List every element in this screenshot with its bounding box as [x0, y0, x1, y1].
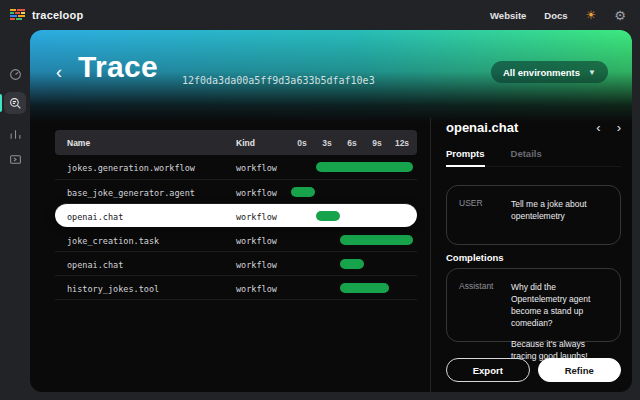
duration-bar — [340, 235, 413, 245]
message-text: Tell me a joke about opentelemetry — [511, 198, 608, 232]
span-detail-title: openai.chat — [446, 120, 518, 135]
gauge-icon — [9, 68, 22, 81]
completions-section-label: Completions — [446, 252, 504, 263]
time-tick: 9s — [372, 138, 381, 148]
tab-details[interactable]: Details — [511, 148, 542, 166]
duration-bar — [316, 162, 413, 172]
message-role: Assistant — [459, 281, 511, 329]
span-kind: workflow — [236, 284, 277, 294]
bar-chart-icon — [9, 128, 22, 141]
column-header-kind: Kind — [236, 138, 255, 148]
column-header-name: Name — [67, 138, 90, 148]
prompt-message-box: USER Tell me a joke about opentelemetry — [446, 185, 621, 245]
span-row[interactable]: history_jokes.tool workflow — [55, 275, 417, 299]
next-span-chevron-icon[interactable]: › — [617, 121, 621, 134]
time-tick: 3s — [322, 138, 331, 148]
message-role: USER — [459, 198, 511, 232]
duration-bar — [316, 211, 340, 221]
time-tick: 6s — [347, 138, 356, 148]
theme-toggle-sun-icon[interactable]: ☀ — [586, 9, 597, 21]
back-chevron-icon[interactable]: ‹ — [56, 63, 62, 81]
span-kind: workflow — [236, 212, 277, 222]
sidebar-item-dashboard[interactable] — [4, 63, 26, 85]
time-tick: 0s — [297, 138, 306, 148]
message-text: Why did the Opentelemetry agent become a… — [511, 281, 608, 329]
span-name: base_joke_generator.agent — [67, 188, 195, 198]
duration-bar — [340, 283, 389, 293]
settings-gear-icon[interactable]: ⚙ — [614, 9, 626, 22]
trace-id: 12f0da3da00a5ff9d3a633b5dfaf10e3 — [182, 75, 375, 86]
sidebar-item-analytics[interactable] — [4, 123, 26, 145]
traceloop-logo-icon — [10, 9, 25, 22]
spans-table: Name Kind 0s 3s 6s 9s 12s jokes.generati… — [55, 130, 417, 300]
completion-line: Why did the Opentelemetry agent become a… — [511, 281, 608, 329]
span-kind: workflow — [236, 188, 277, 198]
span-row-selected[interactable]: openai.chat workflow — [55, 203, 417, 227]
tab-prompts[interactable]: Prompts — [446, 148, 485, 167]
duration-bar — [340, 259, 364, 269]
top-bar: traceloop Website Docs ☀ ⚙ — [0, 0, 640, 30]
span-kind: workflow — [236, 163, 277, 173]
refine-button[interactable]: Refine — [538, 358, 622, 382]
panel-tabs: Prompts Details — [446, 148, 621, 167]
left-sidebar — [0, 30, 30, 400]
sidebar-item-traces[interactable] — [4, 92, 26, 114]
table-rows: jokes.generation.workflow workflow base_… — [55, 155, 417, 300]
active-indicator — [0, 94, 2, 112]
span-name: openai.chat — [67, 260, 123, 270]
completion-message-box: Assistant Why did the Opentelemetry agen… — [446, 268, 621, 342]
span-detail-panel: openai.chat ‹ › Prompts Details USER Tel… — [431, 30, 632, 392]
prev-span-chevron-icon[interactable]: ‹ — [596, 121, 600, 134]
website-link[interactable]: Website — [490, 10, 526, 21]
span-kind: workflow — [236, 236, 277, 246]
table-header: Name Kind 0s 3s 6s 9s 12s — [55, 130, 417, 155]
span-row[interactable]: jokes.generation.workflow workflow — [55, 155, 417, 179]
trace-search-icon — [9, 97, 22, 110]
span-name: joke_creation.task — [67, 236, 159, 246]
export-button[interactable]: Export — [446, 358, 530, 382]
main-content: ‹ Trace 12f0da3da00a5ff9d3a633b5dfaf10e3… — [30, 30, 632, 392]
time-tick: 12s — [395, 138, 409, 148]
docs-link[interactable]: Docs — [544, 10, 567, 21]
brand[interactable]: traceloop — [0, 9, 83, 22]
page-title: Trace — [78, 50, 158, 84]
duration-bar — [291, 187, 315, 197]
span-row[interactable]: joke_creation.task workflow — [55, 227, 417, 251]
span-name: history_jokes.tool — [67, 284, 159, 294]
span-name: jokes.generation.workflow — [67, 163, 195, 173]
console-icon — [9, 153, 22, 166]
span-name: openai.chat — [67, 212, 123, 222]
span-kind: workflow — [236, 260, 277, 270]
brand-name: traceloop — [32, 9, 83, 21]
span-row[interactable]: openai.chat workflow — [55, 251, 417, 275]
span-row[interactable]: base_joke_generator.agent workflow — [55, 179, 417, 203]
sidebar-item-console[interactable] — [4, 148, 26, 170]
